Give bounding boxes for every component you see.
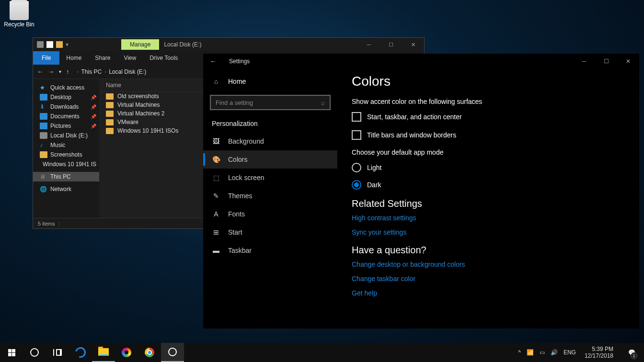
volume-icon[interactable]: 🔊 [551, 349, 558, 356]
radio-light[interactable]: Light [352, 163, 625, 172]
explorer-titlebar[interactable]: ▾ Manage Local Disk (E:) ─ ☐ ✕ [33, 38, 424, 51]
maximize-button[interactable]: ☐ [380, 38, 402, 51]
download-icon: ⬇ [40, 103, 47, 110]
ribbon-context-manage[interactable]: Manage [121, 39, 159, 50]
explorer-title: Local Disk (E:) [159, 41, 206, 48]
nav-network[interactable]: 🌐Network [33, 184, 99, 194]
folder-icon [98, 348, 109, 356]
nav-start[interactable]: ⊞Start [203, 223, 337, 241]
taskbar-clock[interactable]: 5:39 PM 12/17/2018 [582, 346, 616, 360]
minimize-button[interactable]: ─ [573, 54, 595, 69]
chevron-right-icon[interactable]: › [77, 69, 79, 74]
nav-home[interactable]: ⌂ Home [203, 74, 337, 89]
settings-titlebar[interactable]: ← Settings ─ ☐ ✕ [203, 54, 639, 69]
nav-background[interactable]: 🖼Background [203, 132, 337, 150]
folder-icon [106, 93, 114, 100]
checkbox-start-taskbar[interactable]: Start, taskbar, and action center [352, 112, 625, 122]
breadcrumb-this-pc[interactable]: This PC [81, 68, 102, 75]
chrome-icon [145, 348, 154, 357]
nav-pictures[interactable]: Pictures📌 [33, 121, 99, 131]
nav-forward-icon[interactable]: → [48, 68, 54, 75]
related-heading: Related Settings [352, 198, 625, 209]
search-icon: ⌕ [321, 99, 325, 106]
home-icon: ⌂ [212, 78, 220, 85]
tray-overflow-icon[interactable]: ^ [518, 349, 521, 356]
picture-icon: 🖼 [212, 137, 220, 145]
nav-quick-access[interactable]: ★Quick access [33, 83, 99, 92]
minimize-button[interactable]: ─ [358, 38, 380, 51]
link-sync-settings[interactable]: Sync your settings [352, 228, 625, 236]
cortana-button[interactable] [23, 343, 46, 362]
action-center-button[interactable]: 💬 1 [622, 343, 641, 362]
notification-badge: 1 [631, 352, 637, 359]
start-button[interactable] [0, 343, 23, 362]
desktop-icon-recycle-bin[interactable]: Recycle Bin [2, 1, 36, 28]
ribbon-file[interactable]: File [33, 51, 59, 65]
documents-icon [40, 113, 47, 120]
task-view-button[interactable] [46, 343, 69, 362]
taskbar-chrome[interactable] [138, 343, 161, 362]
properties-icon[interactable] [46, 41, 53, 48]
ribbon-home[interactable]: Home [59, 55, 88, 61]
radio-dark[interactable]: Dark [352, 180, 625, 190]
nav-lock-screen[interactable]: ⬚Lock screen [203, 169, 337, 187]
folder-icon [40, 151, 47, 158]
start-icon: ⊞ [212, 228, 220, 236]
taskbar-settings[interactable] [161, 343, 184, 362]
paint-icon [122, 348, 131, 357]
nav-this-pc[interactable]: 🖥This PC [33, 172, 99, 181]
question-heading: Have a question? [352, 245, 625, 256]
folder-icon [106, 119, 114, 125]
language-indicator[interactable]: ENG [564, 349, 576, 356]
recycle-bin-icon [10, 1, 29, 20]
settings-search[interactable]: Find a setting ⌕ [210, 95, 331, 110]
wifi-icon[interactable]: 📶 [527, 349, 534, 356]
nav-desktop[interactable]: Desktop📌 [33, 92, 99, 102]
pictures-icon [40, 123, 47, 129]
close-button[interactable]: ✕ [402, 38, 424, 51]
checkbox-title-bars[interactable]: Title bars and window borders [352, 130, 625, 140]
nav-back-icon[interactable]: ← [37, 68, 43, 75]
maximize-button[interactable]: ☐ [595, 54, 617, 69]
nav-up-icon[interactable]: ↑ [66, 68, 69, 75]
nav-colors[interactable]: 🎨Colors [203, 150, 337, 169]
breadcrumb[interactable]: › This PC › Local Disk (E:) [74, 68, 147, 75]
ribbon-share[interactable]: Share [88, 55, 117, 61]
nav-history-icon[interactable]: ▾ [59, 69, 61, 74]
music-icon: ♪ [40, 142, 47, 148]
page-heading: Colors [352, 74, 625, 89]
settings-title: Settings [229, 58, 250, 65]
nav-taskbar[interactable]: ▬Taskbar [203, 241, 337, 260]
breadcrumb-disk[interactable]: Local Disk (E:) [109, 68, 146, 75]
clock-time: 5:39 PM [585, 346, 613, 352]
nav-themes[interactable]: ✎Themes [203, 187, 337, 205]
battery-icon[interactable]: ▭ [540, 349, 545, 356]
nav-documents[interactable]: Documents📌 [33, 112, 99, 121]
nav-win10-isos[interactable]: Windows 10 19H1 IS [33, 159, 99, 169]
link-change-taskbar-color[interactable]: Change taskbar color [352, 275, 625, 283]
new-folder-icon[interactable] [56, 41, 63, 48]
nav-local-disk[interactable]: Local Disk (E:) [33, 131, 99, 140]
ribbon-view[interactable]: View [117, 55, 143, 61]
nav-downloads[interactable]: ⬇Downloads📌 [33, 102, 99, 112]
taskbar-edge[interactable] [69, 343, 92, 362]
search-placeholder: Find a setting [216, 99, 253, 106]
themes-icon: ✎ [212, 192, 220, 200]
disk-icon [40, 132, 47, 139]
link-change-desktop-colors[interactable]: Change desktop or background colors [352, 260, 625, 268]
qat-dropdown-icon[interactable]: ▾ [66, 41, 72, 48]
close-button[interactable]: ✕ [617, 54, 639, 69]
chevron-right-icon[interactable]: › [104, 69, 106, 74]
radio-icon [352, 163, 361, 172]
link-high-contrast[interactable]: High contrast settings [352, 214, 625, 222]
ribbon-drive-tools[interactable]: Drive Tools [143, 55, 184, 61]
cortana-icon [30, 348, 39, 357]
taskbar-file-explorer[interactable] [92, 343, 115, 362]
taskbar-paint[interactable] [115, 343, 138, 362]
nav-screenshots[interactable]: Screenshots [33, 150, 99, 159]
nav-music[interactable]: ♪Music [33, 140, 99, 150]
nav-fonts[interactable]: AFonts [203, 205, 337, 223]
system-tray: ^ 📶 ▭ 🔊 ENG 5:39 PM 12/17/2018 💬 1 [515, 343, 644, 362]
link-get-help[interactable]: Get help [352, 289, 625, 297]
back-icon[interactable]: ← [210, 57, 217, 65]
